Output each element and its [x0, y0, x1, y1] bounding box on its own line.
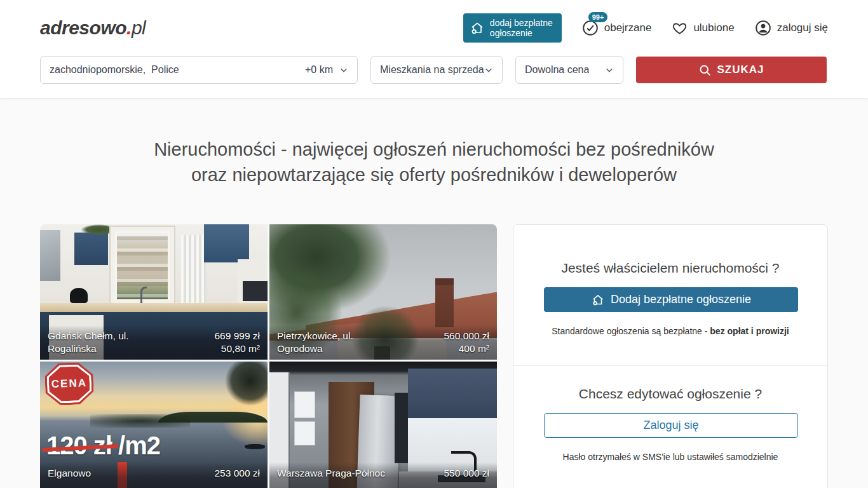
header: adresowo.pl dodaj bezpłatne ogłoszenie: [0, 0, 868, 56]
viewed-link[interactable]: 99+ obejrzane: [582, 20, 652, 36]
sidebar: Jesteś właścicielem nieruchomości ? Doda…: [513, 224, 828, 488]
owner-note: Standardowe ogłoszenia są bezpłatne - be…: [544, 326, 797, 336]
listing-price: 550 000 zł: [444, 467, 489, 480]
viewed-count-badge: 99+: [588, 12, 608, 22]
price-per-m2-watermark: 120 zł /m2: [46, 431, 160, 460]
listing-card-elganowo[interactable]: CENA 120 zł /m2 Elganowo 253 000 zł: [40, 362, 268, 488]
location-input[interactable]: [50, 64, 305, 76]
listing-area: 50,80 m²: [214, 342, 260, 355]
edit-section: Chcesz edytować ogłoszenie ? Zaloguj się…: [513, 365, 827, 488]
favorites-link[interactable]: ulubione: [672, 20, 734, 36]
sidebar-login-button[interactable]: Zaloguj się: [544, 413, 798, 438]
edit-note: Hasło otrzymałeś w SMS'ie lub ustawiłeś …: [544, 452, 797, 462]
sidebar-login-label: Zaloguj się: [643, 419, 698, 432]
search-bar: +0 km Mieszkania na sprzeda Dowolna cena: [0, 56, 868, 98]
owner-section: Jesteś właścicielem nieruchomości ? Doda…: [513, 225, 827, 365]
listing-area: [444, 480, 489, 488]
listing-price: 560 000 zł: [444, 330, 489, 342]
login-label: zaloguj się: [777, 22, 828, 34]
logo[interactable]: adresowo.pl: [40, 17, 146, 39]
radius-value: +0 km: [305, 64, 333, 76]
listings-grid: Gdańsk Chełm, ul. Rogalińska 669 999 zł …: [40, 224, 497, 488]
price-value: Dowolna cena: [525, 64, 589, 76]
listing-location: Pietrzykowice, ul.: [277, 330, 353, 342]
listing-card-gdansk[interactable]: Gdańsk Chełm, ul. Rogalińska 669 999 zł …: [40, 224, 268, 360]
logo-dot: .: [126, 17, 132, 38]
search-icon: [698, 64, 712, 77]
listing-location-2: Rogalińska: [48, 342, 129, 355]
logo-brand: adresowo: [40, 17, 126, 38]
chevron-down-icon: [339, 65, 348, 74]
category-select[interactable]: Mieszkania na sprzeda: [370, 56, 503, 84]
listing-label: Pietrzykowice, ul. Ogrodowa 560 000 zł 4…: [269, 325, 497, 360]
listing-location-2: Ogrodowa: [277, 342, 353, 355]
chevron-down-icon: [605, 65, 614, 74]
user-circle-icon: [755, 20, 771, 36]
price-drop-badge: CENA: [44, 362, 94, 406]
add-listing-button[interactable]: dodaj bezpłatne ogłoszenie: [463, 13, 562, 43]
login-link[interactable]: zaloguj się: [755, 20, 828, 36]
search-button-label: SZUKAJ: [717, 64, 764, 76]
listing-price: 253 000 zł: [214, 467, 260, 480]
listing-location: Warszawa Praga-Północ: [277, 467, 385, 480]
listing-location: Elganowo: [48, 467, 91, 480]
listing-card-pietrzykowice[interactable]: Pietrzykowice, ul. Ogrodowa 560 000 zł 4…: [269, 224, 497, 360]
listing-label: Elganowo 253 000 zł: [40, 463, 268, 488]
sidebar-add-listing-button[interactable]: Dodaj bezpłatne ogłoszenie: [544, 287, 798, 312]
house-plus-icon: [591, 293, 605, 307]
listing-area: 400 m²: [444, 342, 489, 355]
heart-icon: [672, 20, 688, 36]
chevron-down-icon: [484, 65, 493, 74]
listing-price: 669 999 zł: [214, 330, 260, 342]
header-actions: dodaj bezpłatne ogłoszenie 99+ obejrzane: [463, 13, 828, 43]
page-title: Nieruchomości - najwięcej ogłoszeń nieru…: [40, 137, 828, 187]
add-listing-label: dodaj bezpłatne ogłoszenie: [490, 18, 553, 38]
price-select[interactable]: Dowolna cena: [515, 56, 623, 84]
viewed-label: obejrzane: [604, 22, 652, 34]
listing-area: [214, 480, 260, 488]
owner-title: Jesteś właścicielem nieruchomości ?: [544, 261, 797, 276]
house-plus-icon: [470, 20, 485, 36]
listing-location: Gdańsk Chełm, ul.: [48, 330, 129, 342]
listing-label: Warszawa Praga-Północ 550 000 zł: [269, 463, 497, 488]
listing-label: Gdańsk Chełm, ul. Rogalińska 669 999 zł …: [40, 325, 268, 360]
category-value: Mieszkania na sprzeda: [380, 64, 484, 76]
listing-location-2: [48, 480, 91, 488]
listing-location-2: [277, 480, 385, 488]
search-button[interactable]: SZUKAJ: [636, 57, 827, 83]
favorites-label: ulubione: [693, 22, 734, 34]
listing-card-warszawa[interactable]: Warszawa Praga-Północ 550 000 zł: [269, 362, 497, 488]
radius-select[interactable]: +0 km: [305, 64, 348, 76]
logo-tld: pl: [132, 17, 146, 38]
location-field[interactable]: +0 km: [40, 56, 358, 84]
sidebar-add-listing-label: Dodaj bezpłatne ogłoszenie: [611, 293, 751, 306]
edit-title: Chcesz edytować ogłoszenie ?: [544, 386, 797, 402]
main-content: Gdańsk Chełm, ul. Rogalińska 669 999 zł …: [40, 224, 828, 488]
